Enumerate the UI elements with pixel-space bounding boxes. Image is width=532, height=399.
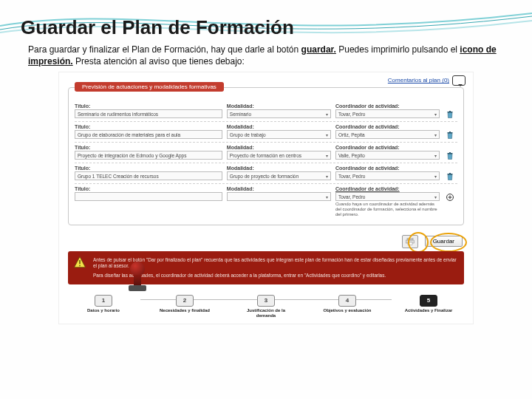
print-icon[interactable] xyxy=(402,235,418,248)
title-input[interactable]: Grupo 1 TELEC Creación de recursos xyxy=(75,171,222,180)
app-screenshot: Comentarios al plan (0) Previsión de act… xyxy=(58,72,474,324)
activities-panel: Previsión de actuaciones y modalidades f… xyxy=(68,87,464,225)
table-row: Título:Proyecto de integración de Edmodo… xyxy=(75,142,457,163)
modalidad-select[interactable]: Seminario xyxy=(227,109,331,118)
svg-rect-0 xyxy=(448,112,453,113)
wizard-step[interactable]: 2Necesidades y finalidad xyxy=(155,295,214,318)
wizard-step[interactable]: 4Objetivos y evaluación xyxy=(318,295,377,318)
title-input[interactable] xyxy=(75,192,222,201)
svg-rect-5 xyxy=(449,152,451,153)
title-input[interactable]: Proyecto de integración de Edmodo y Goog… xyxy=(75,151,222,160)
delete-row-button[interactable] xyxy=(443,166,457,181)
modalidad-select[interactable]: Proyecto de formación en centros xyxy=(227,151,331,160)
coord-select[interactable]: Valle, Pepito xyxy=(335,151,440,160)
add-row-button[interactable] xyxy=(443,186,457,202)
svg-rect-7 xyxy=(449,173,451,174)
new-row: Título: Modalidad: Coordinador de activi… xyxy=(75,183,457,219)
svg-rect-11 xyxy=(408,242,412,245)
warning-icon xyxy=(72,256,87,269)
svg-rect-3 xyxy=(449,132,451,132)
wizard-step[interactable]: 3Justificación de la demanda xyxy=(236,295,296,318)
svg-rect-4 xyxy=(448,153,453,154)
table-row: Título:Grupo 1 TELEC Creación de recurso… xyxy=(75,163,457,183)
panel-header: Previsión de actuaciones y modalidades f… xyxy=(75,82,224,92)
modalidad-select[interactable]: Grupo de trabajo xyxy=(227,130,331,139)
wizard-step[interactable]: 5Actividades y Finalizar xyxy=(399,295,458,318)
modalidad-select[interactable]: Grupo de proyecto de formación xyxy=(227,171,331,180)
save-button[interactable]: Guardar xyxy=(425,236,463,247)
modalidad-select[interactable] xyxy=(227,192,331,201)
coord-hint: Cuando haya un coordinador de actividad … xyxy=(335,202,440,216)
svg-rect-13 xyxy=(79,265,81,267)
svg-rect-6 xyxy=(448,174,453,175)
delete-row-button[interactable] xyxy=(443,145,457,160)
delete-row-button[interactable] xyxy=(443,124,457,140)
coord-select[interactable]: Tovar, Pedro xyxy=(335,109,440,118)
wizard-steps: 1Datos y horario2Necesidades y finalidad… xyxy=(59,292,473,324)
page-title: Guardar el Plan de Formación xyxy=(0,0,532,39)
save-row: Guardar xyxy=(59,233,473,251)
svg-rect-2 xyxy=(448,132,453,134)
table-row: Título:Grupo de elaboración de materiale… xyxy=(75,121,457,142)
title-input[interactable]: Seminario de rudimentos informáticos xyxy=(75,109,222,118)
coord-select[interactable]: Tovar, Pedro xyxy=(335,192,440,201)
svg-rect-1 xyxy=(449,111,451,112)
coord-select[interactable]: Ortiz, Pepita xyxy=(335,130,440,139)
title-input[interactable]: Grupo de elaboración de materiales para … xyxy=(75,130,222,139)
svg-rect-12 xyxy=(79,260,81,264)
coord-select[interactable]: Tovar, Pedro xyxy=(335,171,440,180)
table-row: Título:Seminario de rudimentos informáti… xyxy=(75,101,457,121)
wizard-step[interactable]: 1Datos y horario xyxy=(74,295,133,318)
delete-row-button[interactable] xyxy=(443,103,457,119)
speech-bubble-icon xyxy=(452,75,466,86)
svg-rect-9 xyxy=(407,238,413,240)
